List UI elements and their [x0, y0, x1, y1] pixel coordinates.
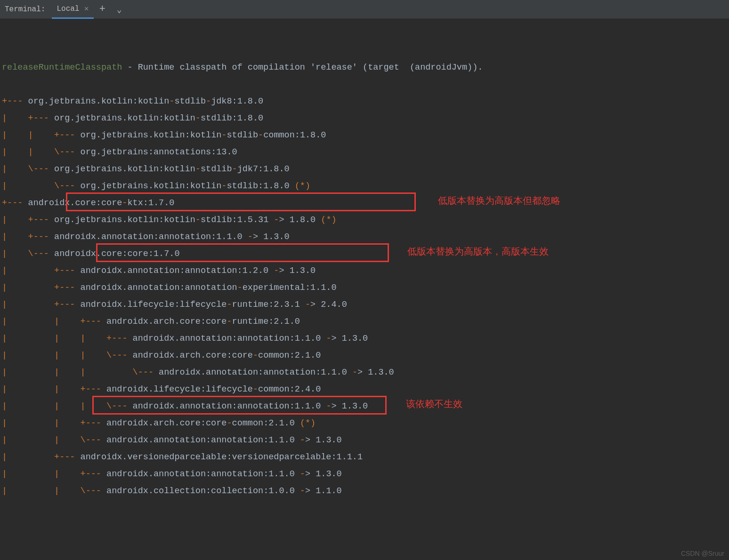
terminal-line: | \--- org.jetbrains.kotlin:kotlin-stdli… — [2, 161, 727, 178]
watermark: CSDN @Sruur — [681, 550, 724, 557]
terminal-line: | \--- androidx.core:core:1.7.0 — [2, 246, 727, 263]
terminal-line: | | +--- androidx.annotation:annotation:… — [2, 466, 727, 483]
terminal-line: | +--- androidx.annotation:annotation-ex… — [2, 280, 727, 296]
terminal-header: Terminal: Local × + ⌄ — [0, 0, 729, 19]
close-icon[interactable]: × — [84, 5, 89, 14]
terminal-line: | \--- org.jetbrains.kotlin:kotlin-stdli… — [2, 178, 727, 195]
terminal-line: releaseRuntimeClasspath - Runtime classp… — [2, 59, 727, 76]
terminal-line: | | \--- androidx.annotation:annotation:… — [2, 432, 727, 449]
new-tab-button[interactable]: + — [94, 3, 111, 15]
terminal-line: +--- androidx.core:core-ktx:1.7.0 — [2, 195, 727, 212]
terminal-line: | +--- androidx.annotation:annotation:1.… — [2, 263, 727, 280]
terminal-line: | | | \--- androidx.arch.core:core-commo… — [2, 347, 727, 364]
terminal-line: | | \--- org.jetbrains:annotations:13.0 — [2, 144, 727, 161]
terminal-line: | | +--- androidx.arch.core:core-runtime… — [2, 313, 727, 330]
terminal-line: | +--- androidx.annotation:annotation:1.… — [2, 229, 727, 246]
config-desc: - Runtime classpath of compilation 'rele… — [122, 63, 483, 72]
terminal-tab-local[interactable]: Local × — [52, 0, 93, 19]
terminal-line: | | | \--- androidx.annotation:annotatio… — [2, 398, 727, 415]
terminal-line: | | +--- androidx.arch.core:core-common:… — [2, 415, 727, 432]
terminal-line: | | +--- androidx.lifecycle:lifecycle-co… — [2, 381, 727, 398]
config-name: releaseRuntimeClasspath — [2, 63, 122, 72]
terminal-line: | | | +--- androidx.annotation:annotatio… — [2, 330, 727, 347]
more-tabs-dropdown[interactable]: ⌄ — [111, 4, 128, 15]
terminal-output[interactable]: releaseRuntimeClasspath - Runtime classp… — [0, 19, 729, 503]
tab-label: Local — [57, 5, 79, 13]
terminal-panel-label: Terminal: — [5, 5, 52, 14]
terminal-line: | | \--- androidx.collection:collection:… — [2, 483, 727, 500]
terminal-line: +--- org.jetbrains.kotlin:kotlin-stdlib-… — [2, 93, 727, 110]
terminal-line: | +--- org.jetbrains.kotlin:kotlin-stdli… — [2, 110, 727, 127]
terminal-line: | | | \--- androidx.annotation:annotatio… — [2, 364, 727, 381]
terminal-line: | +--- org.jetbrains.kotlin:kotlin-stdli… — [2, 212, 727, 229]
terminal-line: | | +--- org.jetbrains.kotlin:kotlin-std… — [2, 127, 727, 144]
terminal-line: | +--- androidx.versionedparcelable:vers… — [2, 449, 727, 466]
terminal-line: | +--- androidx.lifecycle:lifecycle-runt… — [2, 296, 727, 313]
